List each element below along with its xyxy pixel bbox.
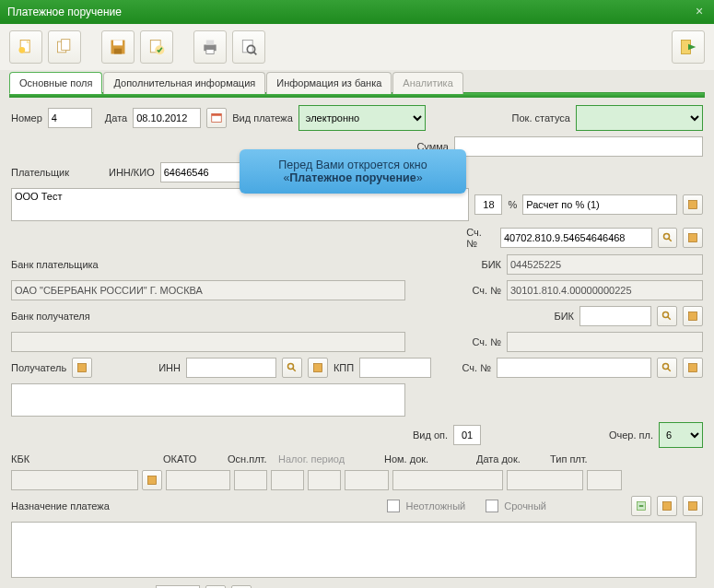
svg-point-28	[287, 364, 293, 370]
svg-marker-17	[688, 44, 696, 51]
recv-bank-acc-input	[507, 332, 703, 352]
paytype-select[interactable]: электронно	[298, 105, 426, 131]
percent-calc-input[interactable]	[522, 194, 677, 215]
label-taxperiod: Налог. период	[278, 453, 384, 465]
ref-icon[interactable]	[683, 358, 703, 378]
percent-ref-icon[interactable]	[683, 194, 703, 215]
queue-select[interactable]: 6	[659, 422, 703, 448]
urgent-checkbox[interactable]	[387, 500, 400, 512]
label-paytypecode: Тип плт.	[550, 453, 588, 465]
kbk-input	[11, 470, 138, 490]
taxperiod1-input	[271, 470, 304, 490]
svg-rect-11	[206, 41, 214, 45]
svg-rect-36	[663, 502, 672, 511]
payer-bank-name-input	[11, 280, 405, 300]
number-input[interactable]	[48, 108, 92, 128]
tooltip-line1: Перед Вами откроется окно	[247, 159, 459, 171]
optype-input[interactable]	[453, 425, 481, 445]
new-doc-button[interactable]	[9, 30, 42, 64]
recv-kpp-input[interactable]	[359, 358, 431, 378]
percent-input[interactable]	[474, 194, 502, 215]
svg-rect-7	[114, 49, 122, 54]
label-osn: Осн.плт.	[228, 453, 278, 465]
label-number: Номер	[11, 112, 42, 123]
taxperiod3-input	[345, 470, 389, 490]
svg-line-32	[668, 369, 671, 371]
action3-icon[interactable]	[683, 496, 703, 516]
label-paystatus: Пок. статуса	[512, 112, 570, 123]
label-urgent: Неотложный	[405, 500, 465, 512]
preview-button[interactable]	[232, 30, 265, 64]
label-recv-bank: Банк получателя	[11, 311, 90, 322]
help-tooltip: Перед Вами откроется окно «Платежное пор…	[240, 149, 466, 194]
svg-line-15	[253, 52, 256, 54]
close-icon[interactable]: ×	[692, 5, 707, 19]
payer-acc-input[interactable]	[500, 228, 652, 248]
recv-acc-input[interactable]	[497, 358, 651, 378]
save-check-button[interactable]	[140, 30, 173, 64]
taxperiod2-input	[308, 470, 341, 490]
svg-rect-33	[689, 364, 697, 372]
label-okato: ОКАТО	[163, 453, 228, 465]
label-payer-acc: Сч. №	[466, 227, 495, 249]
search-icon[interactable]	[282, 358, 302, 378]
innkio-input[interactable]	[160, 162, 241, 182]
label-paytype: Вид платежа	[232, 112, 293, 123]
recv-bic-input[interactable]	[579, 306, 651, 326]
label-kbk: КБК	[11, 453, 76, 465]
recv-inn-input[interactable]	[186, 358, 276, 378]
payer-bank-acc-input	[507, 280, 703, 300]
search-icon[interactable]	[657, 358, 677, 378]
tab-main[interactable]: Основные поля	[9, 72, 102, 94]
label-docdate: Дата док.	[476, 453, 550, 465]
label-purpose: Назначение платежа	[11, 500, 110, 512]
svg-rect-23	[689, 234, 697, 242]
svg-point-31	[663, 364, 669, 370]
label-innkio: ИНН/КИО	[109, 167, 155, 178]
label-optype: Вид оп.	[413, 429, 448, 441]
copy-doc-button[interactable]	[48, 30, 81, 64]
term-checkbox[interactable]	[486, 500, 498, 512]
label-payer: Плательщик	[11, 167, 103, 178]
tab-extra[interactable]: Дополнительная информация	[103, 72, 265, 94]
recv-name-input[interactable]	[11, 383, 405, 417]
tooltip-line2: «Платежное поручение»	[247, 171, 459, 184]
tab-bank[interactable]: Информация из банка	[266, 72, 392, 94]
print-button[interactable]	[193, 30, 227, 64]
label-payer-bank: Банк плательщика	[11, 259, 99, 270]
ref-icon[interactable]	[308, 358, 328, 378]
search-icon[interactable]	[657, 306, 677, 326]
label-recv-kpp: КПП	[334, 362, 354, 373]
action1-icon[interactable]	[631, 496, 651, 516]
save-button[interactable]	[101, 30, 135, 64]
ref-icon[interactable]	[72, 358, 92, 378]
tab-analytics: Аналитика	[392, 72, 462, 94]
svg-rect-37	[689, 502, 697, 511]
svg-rect-4	[62, 40, 70, 51]
svg-rect-6	[113, 41, 123, 46]
ref-icon[interactable]	[683, 306, 703, 326]
calendar-icon[interactable]	[206, 108, 227, 128]
label-queue: Очер. пл.	[609, 429, 653, 441]
svg-line-25	[668, 317, 671, 320]
docnum-input	[392, 470, 503, 490]
label-recv-bic: БИК	[554, 311, 574, 322]
label-recv-acc: Сч. №	[462, 362, 491, 373]
paystatus-select[interactable]	[576, 105, 703, 131]
paytypecode-input	[587, 470, 622, 490]
exit-button[interactable]	[672, 30, 705, 64]
ref-icon[interactable]	[142, 470, 162, 490]
date-input[interactable]	[133, 108, 201, 128]
label-recv-inn: ИНН	[158, 362, 181, 373]
action2-icon[interactable]	[657, 496, 677, 516]
window-title: Платежное поручение	[7, 6, 122, 18]
svg-rect-19	[212, 114, 222, 116]
label-date: Дата	[105, 112, 127, 123]
sum-input[interactable]	[454, 136, 703, 157]
svg-point-21	[663, 234, 669, 240]
search-icon[interactable]	[658, 228, 678, 248]
label-docnum: Ном. док.	[384, 453, 476, 465]
purpose-textarea[interactable]	[11, 522, 696, 578]
tab-bar: Основные поля Дополнительная информация …	[0, 70, 714, 92]
ref-icon[interactable]	[683, 228, 703, 248]
